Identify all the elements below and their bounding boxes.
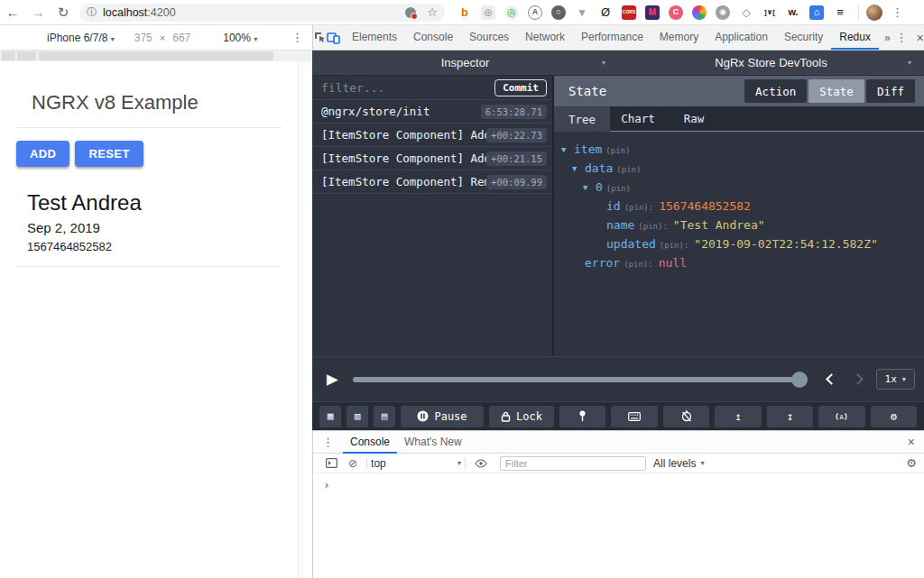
device-select[interactable]: iPhone 6/7/8 ▾ (47, 32, 115, 44)
action-row[interactable]: [ItemStore Component] Remove Item +00:09… (312, 170, 552, 194)
tab-chart[interactable]: Chart (610, 106, 666, 131)
address-bar[interactable]: ⓘ localhost:4200 ☆ (79, 4, 445, 22)
bookmark-star-icon[interactable]: ☆ (427, 5, 438, 19)
remote-button[interactable]: A (818, 406, 864, 427)
context-select[interactable]: top ▾ (371, 457, 461, 470)
console-settings-icon[interactable]: ⚙ (906, 456, 917, 470)
pin-button[interactable] (559, 406, 605, 427)
layout-right-icon[interactable]: ▥ (346, 406, 368, 427)
dispatcher-button[interactable] (611, 406, 657, 427)
tab-memory[interactable]: Memory (651, 25, 707, 50)
slider-thumb[interactable] (791, 372, 808, 388)
layout-bottom-icon[interactable]: ▦ (319, 406, 341, 427)
action-row[interactable]: [ItemStore Component] Add Item +00:21.15 (312, 147, 552, 170)
toggle-device-toolbar-icon[interactable] (327, 31, 340, 44)
device-height-value[interactable]: 667 (172, 32, 190, 44)
tab-elements[interactable]: Elements (344, 25, 405, 50)
import-button[interactable]: ↧ (767, 406, 813, 427)
tree-node[interactable]: ▼0(pin) (554, 179, 924, 197)
devtools-menu-icon[interactable]: ⋮ (896, 31, 908, 44)
extension-icon[interactable]: C (669, 5, 683, 20)
tree-node[interactable]: ▼item(pin) (554, 141, 924, 160)
log-levels-select[interactable]: All levels ▾ (653, 457, 704, 470)
extension-icon[interactable]: ◉ (716, 5, 730, 20)
page-scrollbar[interactable] (298, 61, 305, 578)
clear-console-icon[interactable]: ⊘ (348, 457, 357, 470)
expand-arrow-icon[interactable]: ▼ (583, 179, 596, 197)
forward-icon[interactable]: → (25, 5, 51, 20)
extension-icon[interactable]: b (457, 5, 472, 20)
drawer-tab-console[interactable]: Console (343, 431, 397, 454)
extension-icon[interactable]: ]∨[ (762, 5, 777, 20)
tab-console[interactable]: Console (405, 25, 461, 50)
tab-raw[interactable]: Raw (666, 106, 722, 131)
tab-network[interactable]: Network (517, 25, 573, 50)
extension-icon[interactable]: A (528, 5, 542, 20)
add-button[interactable]: ADD (16, 141, 69, 167)
extension-icon[interactable]: ▼ (575, 5, 589, 20)
action-row[interactable]: [ItemStore Component] Add Item +00:22.73 (312, 124, 552, 147)
url-text[interactable]: localhost:4200 (103, 6, 405, 19)
settings-button[interactable]: ⚙ (871, 406, 917, 427)
browser-menu-icon[interactable]: ⋮ (892, 5, 903, 19)
expand-arrow-icon[interactable]: ▼ (572, 161, 585, 178)
page-action-icon[interactable] (405, 7, 416, 18)
mode-state-button[interactable]: State (808, 79, 864, 103)
progress-slider[interactable] (353, 377, 806, 382)
extension-icon[interactable] (692, 5, 707, 20)
action-row[interactable]: @ngrx/store/init 6:53:28.71 (312, 100, 552, 124)
drawer-tab-whats-new[interactable]: What's New (397, 431, 469, 454)
reload-icon[interactable]: ↻ (51, 5, 76, 21)
more-tabs-icon[interactable]: » (879, 32, 896, 44)
extension-icon[interactable]: Ø (598, 5, 613, 20)
zoom-select[interactable]: 100% ▾ (223, 32, 257, 44)
drawer-close-icon[interactable]: × (908, 435, 915, 449)
tab-performance[interactable]: Performance (573, 25, 651, 50)
device-width-value[interactable]: 375 (134, 32, 152, 44)
tab-sources[interactable]: Sources (461, 25, 517, 50)
commit-button[interactable]: Commit (494, 79, 547, 96)
back-icon[interactable]: ← (0, 5, 25, 20)
inspector-monitor-select[interactable]: Inspector ▾ (312, 50, 618, 75)
tab-application[interactable]: Application (707, 25, 776, 50)
expand-arrow-icon[interactable]: ▼ (561, 142, 574, 159)
layout-top-icon[interactable]: ▤ (374, 406, 395, 427)
mode-diff-button[interactable]: Diff (866, 79, 915, 103)
console-sidebar-icon[interactable] (326, 458, 337, 468)
action-filter-input[interactable] (321, 81, 494, 95)
tree-node[interactable]: ▼data(pin) (554, 160, 924, 179)
step-back-icon[interactable] (826, 373, 837, 385)
console-filter-input[interactable] (500, 456, 646, 471)
tree-leaf[interactable]: updated(pin):"2019-09-02T22:54:12.582Z" (554, 235, 924, 254)
reset-button[interactable]: RESET (75, 141, 143, 167)
extension-icon[interactable]: w. (786, 5, 800, 20)
inspect-element-icon[interactable] (313, 31, 327, 44)
devtools-close-icon[interactable]: × (917, 31, 924, 45)
instance-select[interactable]: NgRx Store DevTools ▾ (618, 50, 924, 75)
console-prompt-chevron[interactable]: › (313, 473, 924, 491)
extension-icon[interactable]: ≡ (833, 5, 847, 20)
eye-icon[interactable] (475, 459, 487, 468)
mode-action-button[interactable]: Action (744, 79, 807, 103)
profile-avatar[interactable] (866, 5, 882, 21)
tree-leaf[interactable]: error(pin):null (554, 254, 924, 273)
lock-changes-button[interactable]: Lock (489, 406, 554, 427)
extension-icon[interactable]: CORS (622, 5, 636, 20)
drawer-menu-icon[interactable]: ⋮ (322, 436, 334, 449)
tree-leaf[interactable]: name(pin):"Test Andrea" (554, 216, 924, 235)
device-toolbar-menu-icon[interactable]: ⋮ (291, 31, 303, 44)
playback-speed-button[interactable]: 1x ▼ (876, 369, 915, 390)
step-forward-icon[interactable] (852, 373, 864, 385)
extension-icon[interactable]: ⊛ (481, 5, 495, 20)
tab-tree[interactable]: Tree (554, 106, 610, 132)
pause-recording-button[interactable]: Pause (401, 406, 484, 427)
play-icon[interactable]: ▶ (327, 370, 338, 389)
extension-icon[interactable]: M (645, 5, 660, 20)
tab-security[interactable]: Security (776, 25, 831, 50)
tab-redux[interactable]: Redux (831, 25, 879, 50)
extension-icon[interactable]: ⌂ (809, 5, 824, 20)
tree-leaf[interactable]: id(pin):1567464852582 (554, 197, 924, 216)
export-button[interactable]: ↥ (715, 406, 761, 427)
extension-icon[interactable]: ◇ (739, 5, 753, 20)
site-info-icon[interactable]: ⓘ (87, 5, 97, 19)
